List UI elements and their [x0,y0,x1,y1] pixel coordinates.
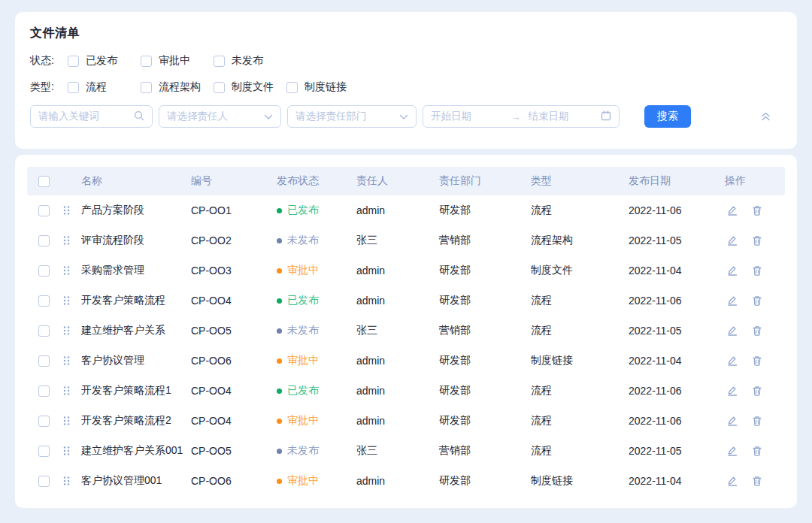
publish-date: 2022-11-06 [629,295,725,307]
table-row: 客户协议管理001 CP-OO6 审批中 admin 研发部 制度链接 2022… [27,466,785,496]
drag-handle-icon[interactable] [60,235,81,246]
publish-date: 2022-11-04 [629,265,725,277]
edit-button[interactable] [726,445,738,457]
delete-button[interactable] [751,204,763,216]
type-checkbox-process[interactable]: 流程 [68,80,141,94]
checkbox-icon[interactable] [214,56,225,67]
file-type: 流程 [531,444,629,458]
department: 研发部 [439,414,531,428]
trash-icon [751,445,763,457]
drag-handle-icon[interactable] [60,355,81,366]
type-filter-row: 类型: 流程 流程架构 制度文件 制度链接 [30,80,782,94]
start-date-placeholder: 开始日期 [431,110,504,123]
edit-button[interactable] [726,475,738,487]
drag-handle-icon[interactable] [60,416,81,426]
edit-button[interactable] [726,385,738,397]
row-checkbox[interactable] [38,476,50,487]
edit-button[interactable] [726,355,738,367]
row-checkbox[interactable] [38,205,50,216]
status-checkbox-approving[interactable]: 审批中 [141,54,214,68]
edit-button[interactable] [726,265,738,277]
delete-button[interactable] [751,234,763,246]
row-checkbox[interactable] [38,295,50,307]
owner-select[interactable]: 请选择责任人 [159,105,281,128]
checkbox-icon[interactable] [68,56,79,67]
edit-button[interactable] [726,325,738,337]
file-name: 评审流程阶段 [81,234,191,247]
edit-button[interactable] [726,204,738,216]
type-filter-label: 类型: [30,80,68,94]
row-actions [725,385,785,397]
file-code: CP-OO3 [191,265,277,277]
file-type: 制度链接 [531,354,629,367]
delete-button[interactable] [751,415,763,427]
checkbox-icon[interactable] [141,56,152,67]
row-checkbox[interactable] [38,446,50,457]
search-icon [134,110,144,123]
delete-button[interactable] [751,475,763,487]
column-header-department: 责任部门 [439,174,531,188]
collapse-filters-button[interactable] [760,111,771,122]
keyword-input[interactable]: 请输入关键词 [30,105,153,128]
row-checkbox[interactable] [38,355,50,367]
drag-handle-icon[interactable] [60,325,81,336]
department-select[interactable]: 请选择责任部门 [287,105,417,128]
delete-button[interactable] [751,355,763,367]
file-code: CP-OO4 [191,385,277,397]
publish-date: 2022-11-06 [629,385,725,397]
file-name: 产品方案阶段 [81,204,191,217]
department-placeholder: 请选择责任部门 [295,110,399,123]
publish-date: 2022-11-05 [629,445,725,457]
file-type: 流程 [531,384,629,398]
department: 营销部 [439,234,531,247]
row-checkbox[interactable] [38,235,50,246]
page-title: 文件清单 [30,26,782,41]
status-checkbox-published[interactable]: 已发布 [68,54,141,68]
date-range-picker[interactable]: 开始日期 → 结束日期 [423,105,620,128]
file-name: 采购需求管理 [81,264,191,277]
checkbox-icon[interactable] [141,82,152,93]
checkbox-icon[interactable] [286,82,298,93]
owner: admin [356,385,439,397]
status-badge: 审批中 [277,264,356,277]
trash-icon [751,325,763,337]
delete-button[interactable] [751,385,763,397]
row-actions [725,295,785,307]
trash-icon [751,415,763,427]
checkbox-icon[interactable] [68,82,79,93]
row-checkbox[interactable] [38,325,50,337]
file-type: 流程架构 [531,234,629,247]
select-all-checkbox[interactable] [38,176,50,187]
delete-button[interactable] [751,445,763,457]
type-checkbox-policy-file[interactable]: 制度文件 [214,80,286,94]
delete-button[interactable] [751,295,763,307]
edit-button[interactable] [726,234,738,246]
checkbox-icon[interactable] [214,82,225,93]
drag-handle-icon[interactable] [60,205,81,216]
drag-handle-icon[interactable] [60,385,81,396]
search-button[interactable]: 搜索 [644,105,691,128]
row-checkbox[interactable] [38,416,50,427]
drag-handle-icon[interactable] [60,295,81,306]
type-checkbox-policy-link[interactable]: 制度链接 [286,80,359,94]
department: 研发部 [439,354,531,367]
delete-button[interactable] [751,325,763,337]
type-checkbox-architecture[interactable]: 流程架构 [141,80,214,94]
calendar-icon [601,110,611,123]
row-checkbox[interactable] [38,385,50,397]
drag-handle-icon[interactable] [60,476,81,486]
delete-button[interactable] [751,265,763,277]
drag-handle-icon[interactable] [60,446,81,456]
owner: admin [356,355,439,367]
status-badge: 未发布 [277,324,356,337]
row-checkbox[interactable] [38,265,50,277]
row-actions [725,265,785,277]
status-label: 审批中 [287,354,319,367]
status-checkbox-unpublished[interactable]: 未发布 [214,54,286,68]
column-header-code: 编号 [191,174,277,188]
edit-button[interactable] [726,415,738,427]
edit-button[interactable] [726,295,738,307]
column-header-date: 发布日期 [629,174,725,188]
drag-handle-icon[interactable] [60,265,81,276]
owner: admin [356,415,439,427]
